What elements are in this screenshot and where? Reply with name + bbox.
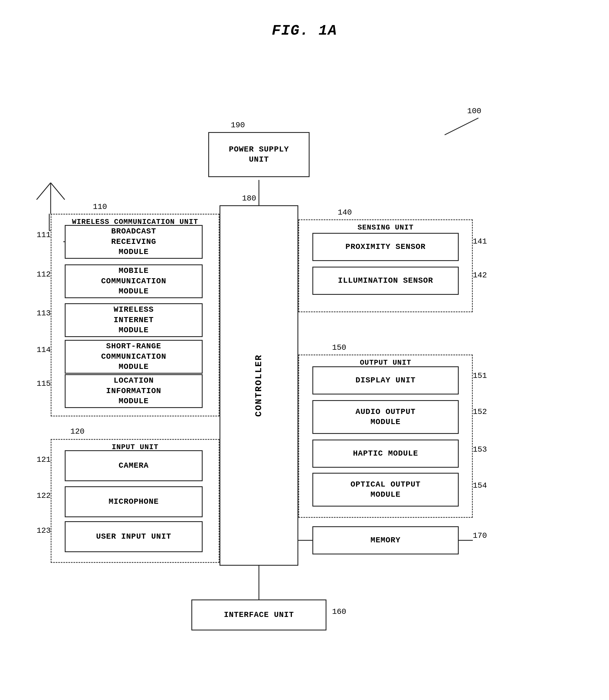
wireless-internet-box: WIRELESS INTERNET MODULE	[65, 303, 203, 337]
memory-ref: 170	[473, 531, 487, 540]
microphone-ref: 122	[37, 491, 51, 500]
optical-box: OPTICAL OUTPUT MODULE	[312, 473, 459, 507]
short-range-ref: 114	[37, 345, 51, 354]
illumination-box: ILLUMINATION SENSOR	[312, 267, 459, 295]
camera-box: CAMERA	[65, 450, 203, 481]
mobile-ref: 112	[37, 270, 51, 279]
microphone-box: MICROPHONE	[65, 486, 203, 517]
display-box: DISPLAY UNIT	[312, 366, 459, 394]
interface-box: INTERFACE UNIT	[191, 599, 327, 630]
output-unit-ref: 150	[332, 343, 346, 352]
haptic-ref: 153	[473, 445, 487, 454]
power-supply-box: POWER SUPPLY UNIT	[208, 132, 310, 177]
illumination-ref: 142	[473, 271, 487, 279]
display-ref: 151	[473, 371, 487, 380]
mobile-box: MOBILE COMMUNICATION MODULE	[65, 264, 203, 298]
controller-box: CONTROLLER	[220, 205, 298, 566]
device-ref-label: 100	[467, 107, 481, 116]
controller-ref: 180	[242, 194, 256, 203]
broadcast-ref: 111	[37, 231, 51, 239]
wireless-internet-ref: 113	[37, 309, 51, 318]
location-box: LOCATION INFORMATION MODULE	[65, 374, 203, 408]
sensing-unit-ref: 140	[338, 208, 352, 217]
svg-line-28	[51, 183, 65, 200]
audio-ref: 152	[473, 407, 487, 416]
input-unit-ref: 120	[70, 427, 84, 436]
location-ref: 115	[37, 379, 51, 388]
camera-ref: 121	[37, 455, 51, 464]
power-supply-ref: 190	[231, 121, 245, 130]
diagram: 100 POWER SUPPLY UNIT 190 CONTROLLER 180…	[0, 56, 609, 700]
proximity-ref: 141	[473, 237, 487, 246]
user-input-ref: 123	[37, 526, 51, 535]
antenna-symbol	[34, 177, 68, 218]
page-title: FIG. 1A	[0, 0, 609, 56]
wireless-unit-ref: 110	[93, 203, 107, 211]
haptic-box: HAPTIC MODULE	[312, 440, 459, 468]
audio-box: AUDIO OUTPUT MODULE	[312, 400, 459, 434]
short-range-box: SHORT-RANGE COMMUNICATION MODULE	[65, 340, 203, 374]
svg-line-0	[445, 118, 478, 135]
svg-line-27	[37, 183, 51, 200]
interface-ref: 160	[332, 608, 346, 616]
memory-box: MEMORY	[312, 526, 459, 554]
broadcast-box: BROADCAST RECEIVING MODULE	[65, 225, 203, 259]
optical-ref: 154	[473, 481, 487, 490]
proximity-box: PROXIMITY SENSOR	[312, 233, 459, 261]
user-input-box: USER INPUT UNIT	[65, 521, 203, 552]
